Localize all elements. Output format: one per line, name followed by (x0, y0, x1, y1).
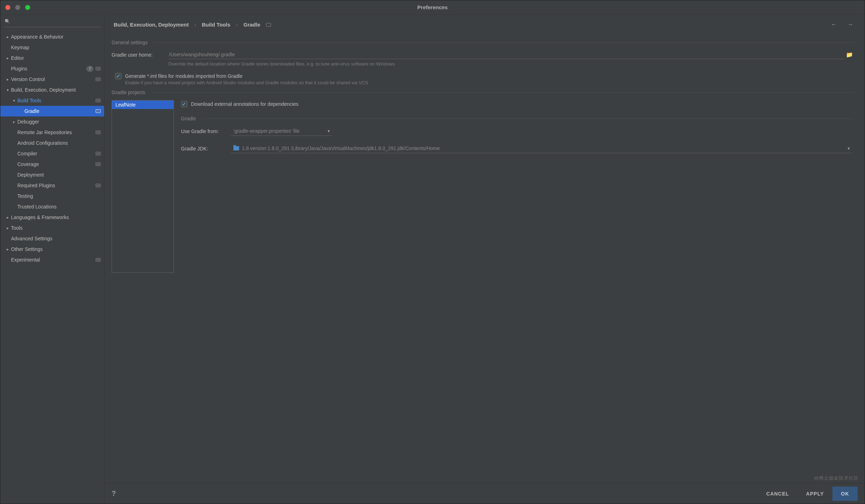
chevron-down-icon: ▼ (847, 147, 850, 150)
tree-item-gradle[interactable]: Gradle (0, 106, 104, 116)
breadcrumb-seg: Build Tools (202, 22, 231, 28)
tree-item-build-tools[interactable]: ▾ Build Tools (0, 95, 104, 106)
tree-item-coverage[interactable]: Coverage (0, 159, 104, 170)
use-gradle-from-row: Use Gradle from: 'gradle-wrapper.propert… (181, 126, 854, 136)
tree-label: Editor (11, 55, 101, 61)
project-detail: Download external annotations for depend… (181, 100, 854, 273)
project-scope-icon (96, 131, 101, 134)
breadcrumb-seg: Build, Execution, Deployment (114, 22, 189, 28)
nav-back-button[interactable]: ← (829, 21, 839, 28)
tree-label: Appearance & Behavior (11, 34, 101, 40)
tree-item-android-conf[interactable]: Android Configurations (0, 138, 104, 148)
generate-iml-row: Generate *.iml files for modules importe… (115, 73, 854, 79)
projects-area: LeafNote Download external annotations f… (112, 100, 854, 273)
project-scope-icon (96, 78, 101, 81)
minimize-window-button[interactable] (15, 5, 20, 10)
content-area: General settings Gradle user home: 📁 Ove… (104, 33, 865, 483)
search-input[interactable] (4, 18, 101, 27)
section-header-general: General settings (112, 40, 854, 45)
window-body: ▸ Appearance & Behavior Keymap ▸ Editor … (0, 15, 865, 504)
titlebar: Preferences (0, 0, 865, 15)
settings-tree: ▸ Appearance & Behavior Keymap ▸ Editor … (0, 30, 104, 504)
tree-item-experimental[interactable]: Experimental (0, 254, 104, 265)
close-window-button[interactable] (5, 5, 10, 10)
cancel-button[interactable]: CANCEL (758, 487, 797, 501)
download-annotations-checkbox[interactable] (181, 101, 187, 107)
apply-button[interactable]: APPLY (798, 487, 832, 501)
tree-item-testing[interactable]: Testing (0, 191, 104, 201)
chevron-down-icon: ▾ (5, 88, 10, 92)
section-title: Gradle projects (112, 90, 145, 95)
tree-item-appearance[interactable]: ▸ Appearance & Behavior (0, 31, 104, 42)
tree-label: Build, Execution, Deployment (11, 87, 101, 93)
tree-item-version-control[interactable]: ▸ Version Control (0, 74, 104, 85)
tree-label: Trusted Locations (17, 204, 101, 210)
preferences-window: Preferences ▸ Appearance & Behavior Keym… (0, 0, 865, 504)
main-panel: Build, Execution, Deployment › Build Too… (104, 15, 865, 504)
gradle-jdk-select[interactable]: 1.8 version 1.8.0_291 /Library/Java/Java… (231, 144, 853, 153)
generate-iml-label: Generate *.iml files for modules importe… (125, 73, 242, 79)
tree-label: Testing (17, 193, 101, 199)
nav-forward-button[interactable]: → (845, 21, 855, 28)
project-scope-icon (96, 109, 101, 113)
chevron-right-icon: ▸ (5, 247, 10, 252)
tree-label: Remote Jar Repositories (17, 130, 96, 135)
ok-button[interactable]: OK (832, 487, 858, 501)
tree-label: Coverage (17, 161, 96, 167)
tree-item-advanced[interactable]: Advanced Settings (0, 233, 104, 244)
tree-label: Deployment (17, 172, 101, 178)
chevron-down-icon: ▼ (327, 129, 330, 133)
tree-item-keymap[interactable]: Keymap (0, 42, 104, 53)
generate-iml-checkbox[interactable] (115, 73, 121, 79)
tree-item-remote-jar[interactable]: Remote Jar Repositories (0, 127, 104, 138)
window-traffic-lights (5, 5, 30, 10)
chevron-right-icon: › (236, 22, 238, 28)
tree-label: Required Plugins (17, 183, 96, 188)
section-title: Gradle (181, 116, 196, 121)
tree-item-other[interactable]: ▸ Other Settings (0, 244, 104, 254)
divider (202, 119, 854, 119)
tree-label: Keymap (11, 45, 101, 50)
tree-item-debugger[interactable]: ▸ Debugger (0, 116, 104, 127)
tree-item-editor[interactable]: ▸ Editor (0, 53, 104, 63)
gradle-user-home-input[interactable] (168, 50, 845, 59)
chevron-right-icon: ▸ (5, 226, 10, 230)
footer: ? CANCEL APPLY OK (104, 483, 865, 504)
search-wrapper (0, 18, 104, 30)
chevron-right-icon: ▸ (5, 77, 10, 82)
tree-item-required-plugins[interactable]: Required Plugins (0, 180, 104, 191)
project-scope-icon (96, 99, 101, 102)
gradle-jdk-label: Gradle JDK: (181, 146, 231, 151)
chevron-right-icon: › (194, 22, 196, 28)
browse-folder-icon[interactable]: 📁 (845, 51, 854, 58)
tree-label: Advanced Settings (11, 236, 101, 241)
tree-label: Languages & Frameworks (11, 214, 101, 220)
project-scope-icon (96, 152, 101, 155)
project-scope-icon (96, 67, 101, 70)
tree-item-plugins[interactable]: Plugins 7 (0, 63, 104, 74)
sub-section-gradle: Gradle (181, 116, 854, 121)
project-list-item[interactable]: LeafNote (112, 101, 174, 109)
download-annotations-row: Download external annotations for depend… (181, 101, 854, 107)
select-value: 'gradle-wrapper.properties' file (233, 128, 300, 134)
tree-label: Build Tools (17, 98, 96, 103)
tree-label: Other Settings (11, 246, 101, 252)
chevron-right-icon: ▸ (12, 120, 17, 124)
maximize-window-button[interactable] (25, 5, 30, 10)
sidebar: ▸ Appearance & Behavior Keymap ▸ Editor … (0, 15, 104, 504)
chevron-right-icon: ▸ (5, 56, 10, 61)
tree-item-compiler[interactable]: Compiler (0, 148, 104, 159)
help-button[interactable]: ? (112, 489, 116, 498)
tree-label: Debugger (17, 119, 101, 125)
divider (153, 42, 854, 43)
project-scope-icon (96, 258, 101, 262)
gradle-user-home-label: Gradle user home: (112, 52, 168, 58)
tree-item-build[interactable]: ▾ Build, Execution, Deployment (0, 85, 104, 95)
tree-item-trusted[interactable]: Trusted Locations (0, 201, 104, 212)
gradle-user-home-row: Gradle user home: 📁 (112, 50, 854, 59)
tree-item-tools[interactable]: ▸ Tools (0, 223, 104, 233)
tree-item-deployment[interactable]: Deployment (0, 170, 104, 180)
use-gradle-from-select[interactable]: 'gradle-wrapper.properties' file ▼ (231, 126, 333, 136)
tree-item-languages[interactable]: ▸ Languages & Frameworks (0, 212, 104, 223)
project-list[interactable]: LeafNote (112, 100, 174, 273)
